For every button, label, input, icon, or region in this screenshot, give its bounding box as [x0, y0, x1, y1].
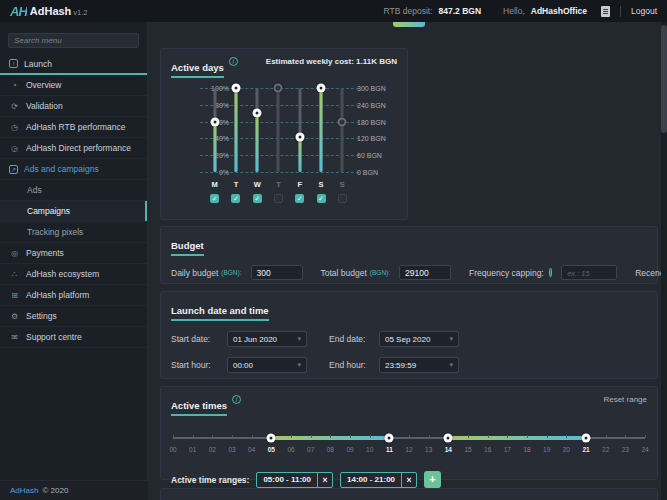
- slider-handle[interactable]: [338, 117, 347, 126]
- top-bar: AH AdHash v1.2 RTB deposit: 847.2 BGN He…: [0, 0, 667, 22]
- adhash-logo-icon: AH: [10, 4, 27, 19]
- handle-dot: [256, 112, 259, 115]
- slider-handle[interactable]: [210, 117, 219, 126]
- start-date-select[interactable]: 01 Jun 2020 ▾: [227, 331, 307, 347]
- day-checkbox[interactable]: ✓: [231, 194, 240, 203]
- sidebar-item-adhash-ecosystem[interactable]: ∴AdHash ecosystem: [0, 264, 147, 285]
- day-checkbox-cell: ✓: [315, 194, 327, 203]
- sidebar-item-launch[interactable]: ↑Launch: [0, 54, 147, 75]
- sidebar-nav: ↑Launch◔Overview⟳Validation◷AdHash RTB p…: [0, 54, 147, 348]
- rtb-deposit-value: 847.2 BGN: [439, 6, 482, 16]
- time-slider-handle[interactable]: [267, 434, 276, 443]
- sidebar-item-ads-and-campaigns[interactable]: ↗Ads and campaigns: [0, 159, 147, 180]
- slider-fill: [234, 88, 237, 172]
- sidebar-subitem-ads[interactable]: Ads: [0, 180, 147, 201]
- hour-tick: [606, 435, 607, 438]
- day-slider-3[interactable]: [251, 88, 263, 172]
- day-checkbox[interactable]: [338, 194, 347, 203]
- hour-tick: [173, 435, 174, 438]
- hour-label: 21: [582, 446, 589, 453]
- sidebar-item-label: Validation: [26, 101, 63, 111]
- end-hour-select[interactable]: 23:59:59 ▾: [379, 357, 459, 373]
- launch-date-panel: Launch date and time Start date: 01 Jun …: [160, 291, 658, 379]
- day-checkbox[interactable]: ✓: [210, 194, 219, 203]
- validation-icon: ⟳: [9, 102, 20, 111]
- sidebar-item-adhash-platform[interactable]: ⊞AdHash platform: [0, 285, 147, 306]
- hour-label: 08: [327, 446, 334, 453]
- sidebar-item-settings[interactable]: ⚙Settings: [0, 306, 147, 327]
- slider-handle[interactable]: [253, 109, 262, 118]
- sidebar-subitem-tracking-pixels[interactable]: Tracking pixels: [0, 222, 147, 243]
- main-content: Active daysi Estimated weekly cost: 1.11…: [148, 22, 667, 500]
- platform-icon: ⊞: [9, 291, 20, 300]
- sidebar-item-overview[interactable]: ◔Overview: [0, 75, 147, 96]
- sidebar-item-adhash-direct-performance[interactable]: ◶AdHash Direct performance: [0, 138, 147, 159]
- active-time-ranges-label: Active time ranges:: [171, 475, 249, 485]
- day-slider-6[interactable]: [315, 88, 327, 172]
- day-checkbox[interactable]: [274, 194, 283, 203]
- hour-tick: [468, 435, 469, 438]
- day-checkbox[interactable]: ✓: [253, 194, 262, 203]
- hour-label: 19: [543, 446, 550, 453]
- ecosystem-icon: ∴: [9, 270, 20, 279]
- total-budget-input[interactable]: [399, 265, 451, 280]
- footer-brand[interactable]: AdHash: [10, 486, 38, 495]
- scrollbar-thumb[interactable]: [661, 25, 667, 133]
- day-slider-1[interactable]: [209, 88, 221, 172]
- sidebar-item-label: AdHash RTB performance: [26, 122, 126, 132]
- time-slider-handle[interactable]: [444, 434, 453, 443]
- hour-label: 02: [209, 446, 216, 453]
- day-slider-2[interactable]: [230, 88, 242, 172]
- handle-dot: [320, 87, 323, 90]
- hour-tick: [370, 435, 371, 438]
- daily-budget-input[interactable]: [251, 265, 303, 280]
- slider-handle[interactable]: [274, 84, 283, 93]
- sidebar-footer: AdHash © 2020: [0, 480, 148, 500]
- day-slider-4[interactable]: [272, 88, 284, 172]
- remove-range-button[interactable]: ×: [317, 473, 332, 487]
- hour-label: 11: [386, 446, 393, 453]
- bgn-scale-label: 300 BGN: [357, 85, 397, 92]
- reset-range-button[interactable]: Reset range: [603, 395, 647, 404]
- add-range-button[interactable]: +: [424, 471, 441, 488]
- remove-range-button[interactable]: ×: [401, 473, 416, 487]
- frequency-capping-input[interactable]: [561, 265, 617, 280]
- day-checkbox[interactable]: ✓: [295, 194, 304, 203]
- day-checkbox-cell: [336, 194, 348, 203]
- sidebar-item-label: Support centre: [26, 332, 82, 342]
- slider-handle[interactable]: [295, 132, 304, 141]
- day-slider-5[interactable]: [294, 88, 306, 172]
- start-hour-select[interactable]: 00:00 ▾: [227, 357, 307, 373]
- time-range-value: 14:00 - 21:00: [341, 473, 401, 487]
- sidebar-item-adhash-rtb-performance[interactable]: ◷AdHash RTB performance: [0, 117, 147, 138]
- sidebar-item-payments[interactable]: ◎Payments: [0, 243, 147, 264]
- active-days-board: 100%80%60%40%20%0%300 BGN240 BGN180 BGN1…: [171, 82, 397, 214]
- slider-handle[interactable]: [231, 84, 240, 93]
- hour-label: 22: [602, 446, 609, 453]
- info-icon[interactable]: i: [232, 395, 241, 404]
- end-date-select[interactable]: 05 Sep 2020 ▾: [379, 331, 459, 347]
- sidebar-subitem-campaigns[interactable]: Campaigns: [0, 201, 147, 222]
- info-icon[interactable]: i: [549, 268, 552, 277]
- scrollbar[interactable]: [661, 22, 667, 500]
- day-slider-7[interactable]: [336, 88, 348, 172]
- sidebar-item-support-centre[interactable]: ✉Support centre: [0, 327, 147, 348]
- time-slider-handle[interactable]: [582, 434, 591, 443]
- slider-handle[interactable]: [317, 84, 326, 93]
- hour-tick: [212, 435, 213, 438]
- bgn-scale-label: 0 BGN: [357, 169, 397, 176]
- handle-dot: [585, 437, 588, 440]
- sidebar-item-validation[interactable]: ⟳Validation: [0, 96, 147, 117]
- hour-tick: [507, 435, 508, 438]
- time-slider-handle[interactable]: [385, 434, 394, 443]
- logout-button[interactable]: Logout: [631, 6, 657, 16]
- search-input[interactable]: [8, 33, 139, 48]
- slider-fill: [256, 113, 259, 172]
- percent-scale: 100%80%60%40%20%0%: [171, 88, 200, 172]
- day-checkbox[interactable]: ✓: [317, 194, 326, 203]
- start-hour-value: 00:00: [233, 361, 253, 370]
- sidebar-item-label: Payments: [26, 248, 64, 258]
- info-icon[interactable]: i: [229, 57, 238, 66]
- document-icon[interactable]: [601, 6, 610, 17]
- launch-date-title: Launch date and time: [171, 305, 269, 321]
